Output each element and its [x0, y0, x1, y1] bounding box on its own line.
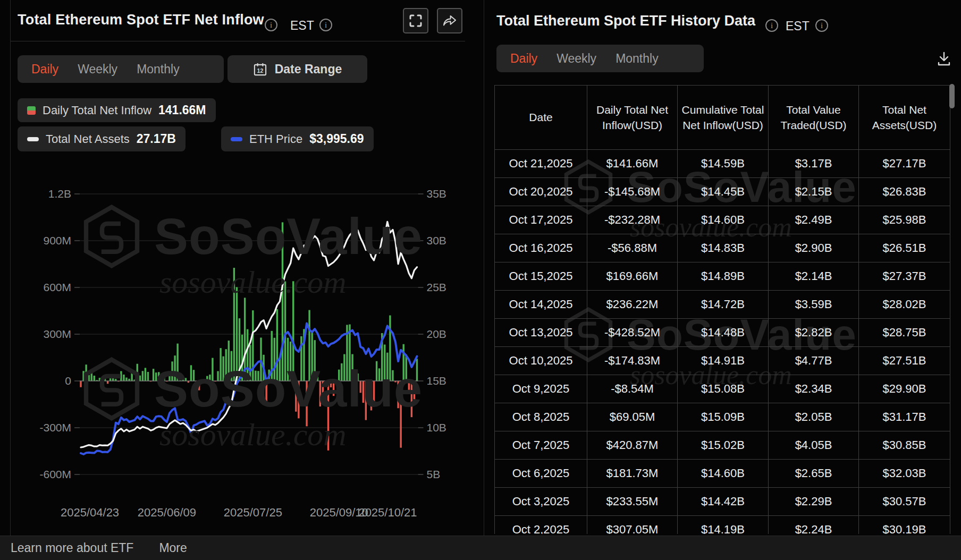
legend-eth-label: ETH Price [249, 132, 302, 146]
cumulative-cell: $14.19B [678, 516, 769, 534]
cumulative-cell: $14.59B [678, 150, 769, 178]
cumulative-cell: $14.48B [678, 319, 769, 347]
date-cell: Oct 7,2025 [495, 431, 587, 460]
date-cell: Oct 2,2025 [495, 516, 587, 534]
daily-inflow-cell: $181.73M [587, 460, 678, 488]
svg-text:2025/04/23: 2025/04/23 [61, 506, 119, 519]
svg-text:10B: 10B [427, 421, 446, 434]
col-cumulative-inflow: Cumulative Total Net Inflow(USD) [678, 86, 769, 150]
table-row: Oct 6,2025$181.73M$14.60B$2.65B$32.03B [495, 460, 950, 488]
date-cell: Oct 8,2025 [495, 403, 587, 431]
col-date: Date [495, 86, 587, 150]
legend-item-eth[interactable]: ETH Price $3,995.69 [221, 126, 374, 151]
header-divider [11, 41, 465, 41]
table-row: Oct 3,2025$233.55M$14.42B$2.29B$30.57B [495, 488, 950, 516]
date-range-button[interactable]: 12 Date Range [227, 55, 367, 83]
inflow-chart[interactable]: 1.2B35B900M30B600M25B300M20B015B-300M10B… [11, 159, 483, 531]
cumulative-cell: $14.83B [678, 234, 769, 262]
history-tab-weekly[interactable]: Weekly [557, 52, 596, 66]
daily-inflow-cell: $420.87M [587, 431, 678, 460]
traded-cell: $2.49B [769, 206, 859, 234]
assets-cell: $28.75B [859, 319, 950, 347]
traded-cell: $4.05B [769, 431, 859, 460]
svg-text:1.2B: 1.2B [48, 188, 71, 200]
tab-monthly[interactable]: Monthly [137, 62, 180, 77]
share-button[interactable] [437, 8, 462, 33]
table-row: Oct 21,2025$141.66M$14.59B$3.17B$27.17B [495, 150, 950, 178]
daily-inflow-cell: $307.05M [587, 516, 678, 534]
traded-cell: $2.82B [769, 319, 859, 347]
date-cell: Oct 21,2025 [495, 150, 587, 178]
cumulative-cell: $14.42B [678, 488, 769, 516]
assets-cell: $32.03B [859, 460, 950, 488]
table-row: Oct 17,2025-$232.28M$14.60B$2.49B$25.98B [495, 206, 950, 234]
fullscreen-icon [409, 14, 423, 28]
daily-inflow-cell: -$428.52M [587, 319, 678, 347]
learn-more-link[interactable]: Learn more about ETF [11, 541, 133, 555]
table-row: Oct 8,2025$69.05M$15.09B$2.05B$31.17B [495, 403, 950, 431]
date-cell: Oct 9,2025 [495, 375, 587, 403]
cumulative-cell: $14.89B [678, 262, 769, 291]
history-tab-group: Daily Weekly Monthly [496, 45, 704, 72]
legend-item-assets[interactable]: Total Net Assets 27.17B [18, 126, 186, 151]
timezone-info-icon[interactable]: i [319, 19, 332, 31]
svg-text:-600M: -600M [39, 468, 71, 480]
svg-text:12: 12 [257, 67, 263, 74]
table-row: Oct 14,2025$236.22M$14.72B$3.59B$28.02B [495, 291, 950, 319]
svg-text:2025/10/21: 2025/10/21 [358, 506, 417, 519]
history-title-info-icon[interactable]: i [765, 19, 778, 32]
daily-inflow-cell: -$145.68M [587, 178, 678, 206]
tab-daily[interactable]: Daily [31, 62, 58, 77]
cumulative-cell: $15.08B [678, 375, 769, 403]
fullscreen-button[interactable] [403, 8, 428, 33]
daily-inflow-cell: $169.66M [587, 262, 678, 291]
table-row: Oct 7,2025$420.87M$15.02B$4.05B$30.85B [495, 431, 950, 460]
history-table-container: Date Daily Total Net Inflow(USD) Cumulat… [494, 85, 951, 534]
col-daily-inflow: Daily Total Net Inflow(USD) [587, 86, 678, 150]
history-tab-monthly[interactable]: Monthly [616, 52, 659, 66]
assets-cell: $27.17B [859, 150, 950, 178]
svg-text:15B: 15B [427, 375, 446, 387]
date-range-label: Date Range [275, 62, 342, 77]
svg-text:600M: 600M [43, 281, 71, 293]
cumulative-cell: $14.91B [678, 347, 769, 375]
date-cell: Oct 14,2025 [495, 291, 587, 319]
legend-assets-label: Total Net Assets [46, 132, 130, 146]
daily-inflow-cell: $233.55M [587, 488, 678, 516]
more-link[interactable]: More [159, 541, 187, 555]
table-row: Oct 15,2025$169.66M$14.89B$2.14B$27.37B [495, 262, 950, 291]
cumulative-cell: $15.09B [678, 403, 769, 431]
table-scrollbar[interactable] [949, 84, 955, 108]
traded-cell: $3.17B [769, 150, 859, 178]
svg-text:0: 0 [65, 375, 71, 387]
calendar-icon: 12 [253, 62, 267, 77]
assets-cell: $27.37B [859, 262, 950, 291]
history-timezone-info-icon[interactable]: i [815, 19, 828, 32]
legend-item-inflow[interactable]: Daily Total Net Inflow 141.66M [18, 98, 216, 122]
svg-text:20B: 20B [427, 328, 446, 340]
daily-inflow-cell: -$8.54M [587, 375, 678, 403]
svg-text:35B: 35B [427, 188, 446, 200]
svg-text:25B: 25B [427, 281, 446, 293]
history-table: Date Daily Total Net Inflow(USD) Cumulat… [494, 85, 950, 534]
traded-cell: $2.05B [769, 403, 859, 431]
table-header-row: Date Daily Total Net Inflow(USD) Cumulat… [495, 86, 950, 150]
date-cell: Oct 20,2025 [495, 178, 587, 206]
table-row: Oct 13,2025-$428.52M$14.48B$2.82B$28.75B [495, 319, 950, 347]
footer-bar: Learn more about ETF More [0, 536, 961, 560]
daily-inflow-cell: $236.22M [587, 291, 678, 319]
legend-inflow-value: 141.66M [158, 103, 206, 117]
date-cell: Oct 17,2025 [495, 206, 587, 234]
title-info-icon[interactable]: i [265, 19, 277, 31]
timezone-label: EST [290, 19, 314, 33]
tab-weekly[interactable]: Weekly [78, 62, 117, 77]
svg-text:2025/06/09: 2025/06/09 [138, 506, 196, 519]
assets-cell: $25.98B [859, 206, 950, 234]
assets-cell: $26.83B [859, 178, 950, 206]
download-button[interactable] [934, 49, 954, 68]
assets-cell: $29.90B [859, 375, 950, 403]
panel-divider [484, 0, 484, 536]
history-tab-daily[interactable]: Daily [510, 52, 537, 66]
traded-cell: $2.14B [769, 262, 859, 291]
table-row: Oct 2,2025$307.05M$14.19B$2.24B$30.19B [495, 516, 950, 534]
